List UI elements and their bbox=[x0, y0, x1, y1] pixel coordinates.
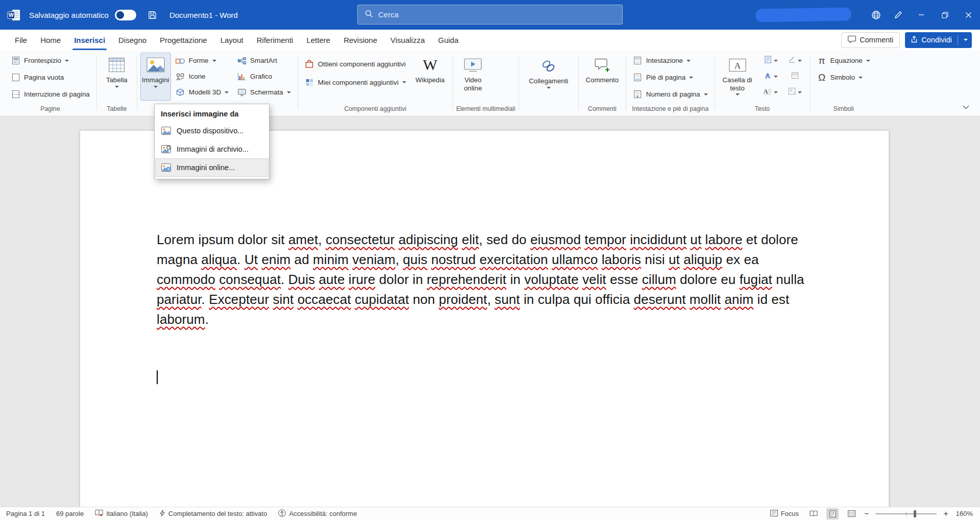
tab-file[interactable]: File bbox=[8, 30, 34, 50]
chevron-down-icon bbox=[774, 91, 778, 93]
chevron-down-icon bbox=[687, 60, 691, 62]
proofing-status[interactable]: Italiano (Italia) bbox=[95, 509, 148, 518]
immagini-button[interactable]: Immagini bbox=[140, 53, 171, 101]
ottieni-componenti-button[interactable]: Ottieni componenti aggiuntivi bbox=[301, 55, 410, 73]
equazione-button[interactable]: π Equazione bbox=[814, 53, 874, 68]
focus-mode-button[interactable]: Focus bbox=[770, 510, 799, 518]
forme-button[interactable]: Forme bbox=[172, 53, 232, 68]
chevron-down-icon bbox=[866, 60, 870, 62]
zoom-in-button[interactable]: + bbox=[943, 510, 948, 518]
frontespizio-button[interactable]: Frontespizio bbox=[7, 53, 72, 68]
icons-icon bbox=[176, 73, 185, 80]
miei-componenti-button[interactable]: Miei componenti aggiuntivi bbox=[301, 73, 410, 91]
tab-lettere[interactable]: Lettere bbox=[300, 30, 337, 50]
close-button[interactable] bbox=[957, 0, 980, 30]
oggetto-button[interactable] bbox=[783, 84, 807, 100]
omega-symbol-icon: Ω bbox=[817, 73, 827, 82]
ribbon-group-pagine: Frontespizio Pagina vuota Interruzione d… bbox=[5, 52, 95, 116]
pen-icon[interactable] bbox=[887, 0, 910, 30]
tab-disegno[interactable]: Disegno bbox=[112, 30, 153, 50]
group-separator bbox=[810, 56, 811, 110]
status-bar: Pagina 1 di 1 69 parole Italiano (Italia… bbox=[0, 507, 980, 520]
parti-rapide-button[interactable] bbox=[759, 53, 783, 68]
modelli-3d-label: Modelli 3D bbox=[189, 88, 221, 96]
equazione-label: Equazione bbox=[830, 57, 863, 64]
web-layout-button[interactable] bbox=[845, 508, 857, 519]
menu-item-label: Immagini online... bbox=[177, 163, 235, 172]
zoom-out-button[interactable]: − bbox=[864, 510, 869, 518]
ribbon-group-simboli: π Equazione Ω Simbolo Simboli bbox=[812, 52, 876, 116]
tab-riferimenti[interactable]: Riferimenti bbox=[250, 30, 300, 50]
autosave-toggle[interactable] bbox=[115, 10, 136, 20]
restore-button[interactable] bbox=[933, 0, 957, 30]
casella-di-testo-button[interactable]: A Casella di testo bbox=[718, 53, 757, 101]
modelli-3d-button[interactable]: Modelli 3D bbox=[172, 84, 232, 100]
chevron-down-icon bbox=[859, 77, 863, 79]
print-layout-button[interactable] bbox=[826, 508, 839, 519]
pagina-vuota-button[interactable]: Pagina vuota bbox=[7, 69, 67, 85]
grafico-button[interactable]: Grafico bbox=[233, 68, 295, 84]
smartart-button[interactable]: SmartArt bbox=[233, 53, 295, 68]
tabella-button[interactable]: Tabella bbox=[100, 53, 134, 101]
tab-revisione[interactable]: Revisione bbox=[337, 30, 384, 50]
menu-item-questo-dispositivo[interactable]: Questo dispositivo... bbox=[155, 122, 268, 140]
chevron-down-icon bbox=[774, 76, 778, 78]
globe-icon[interactable] bbox=[865, 0, 887, 30]
video-online-button[interactable]: Video online bbox=[456, 53, 490, 101]
zoom-level[interactable]: 160% bbox=[956, 510, 973, 517]
tab-progettazione[interactable]: Progettazione bbox=[153, 30, 214, 50]
numero-di-pagina-button[interactable]: Numero di pagina bbox=[629, 86, 712, 102]
menu-item-immagini-online[interactable]: Immagini online... bbox=[155, 158, 268, 177]
data-e-ora-button[interactable] bbox=[783, 68, 807, 84]
comments-button[interactable]: Commenti bbox=[841, 32, 900, 48]
ribbon-group-testo: A Casella di testo A bbox=[716, 52, 809, 116]
accessibility-status[interactable]: Accessibilità: conforme bbox=[278, 509, 357, 518]
word-count[interactable]: 69 parole bbox=[56, 510, 84, 517]
tab-guida[interactable]: Guida bbox=[431, 30, 465, 50]
interruzione-pagina-button[interactable]: Interruzione di pagina bbox=[7, 86, 93, 102]
zoom-slider-thumb[interactable] bbox=[914, 510, 916, 517]
capolettera-button[interactable]: A bbox=[759, 84, 783, 100]
group-separator bbox=[96, 56, 97, 110]
accessibility-icon bbox=[278, 509, 286, 518]
share-button[interactable]: Condividi bbox=[905, 32, 972, 48]
firma-button[interactable] bbox=[783, 53, 807, 68]
commento-button[interactable]: Commento bbox=[582, 53, 623, 101]
pie-di-pagina-button[interactable]: Piè di pagina bbox=[629, 69, 697, 85]
document-title[interactable]: Documento1 - Word bbox=[169, 11, 238, 19]
group-separator bbox=[298, 56, 298, 110]
zoom-slider[interactable] bbox=[875, 513, 937, 514]
menu-item-immagini-di-archivio[interactable]: Immagini di archivio... bbox=[155, 140, 268, 158]
read-mode-button[interactable] bbox=[807, 508, 820, 519]
tab-layout[interactable]: Layout bbox=[214, 30, 250, 50]
save-icon[interactable] bbox=[148, 10, 157, 20]
chevron-down-icon[interactable] bbox=[964, 39, 968, 41]
menu-header: Inserisci immagine da bbox=[155, 105, 269, 122]
redaction-scribble bbox=[755, 8, 851, 22]
wikipedia-icon: W bbox=[423, 56, 437, 74]
tab-visualizza[interactable]: Visualizza bbox=[384, 30, 431, 50]
collegamenti-label: Collegamenti bbox=[529, 77, 568, 85]
chevron-down-icon bbox=[225, 91, 229, 93]
search-input[interactable] bbox=[378, 10, 615, 19]
simbolo-button[interactable]: Ω Simbolo bbox=[814, 69, 866, 85]
collegamenti-button[interactable]: Collegamenti bbox=[522, 54, 575, 102]
schermata-button[interactable]: Schermata bbox=[233, 84, 295, 100]
group-separator bbox=[453, 56, 453, 110]
wikipedia-button[interactable]: W Wikipedia bbox=[411, 53, 450, 101]
commento-label: Commento bbox=[586, 76, 619, 84]
ribbon-group-tabelle: Tabella Tabelle bbox=[98, 52, 136, 116]
group-label-testo: Testo bbox=[716, 104, 809, 116]
tab-inserisci[interactable]: Inserisci bbox=[67, 30, 112, 50]
search-box[interactable] bbox=[357, 5, 623, 25]
text-predictions-status[interactable]: Completamento del testo: attivato bbox=[159, 510, 267, 518]
tab-home[interactable]: Home bbox=[34, 30, 67, 50]
intestazione-button[interactable]: Intestazione bbox=[629, 53, 694, 68]
document-page[interactable]: Lorem ipsum dolor sit amet, consectetur … bbox=[80, 130, 889, 507]
word-logo-icon[interactable]: W bbox=[7, 9, 21, 21]
collapse-ribbon-button[interactable] bbox=[959, 102, 973, 113]
minimize-button[interactable] bbox=[910, 0, 933, 30]
wordart-button[interactable]: A bbox=[759, 68, 783, 84]
page-count[interactable]: Pagina 1 di 1 bbox=[6, 510, 45, 517]
icone-button[interactable]: Icone bbox=[172, 68, 232, 84]
